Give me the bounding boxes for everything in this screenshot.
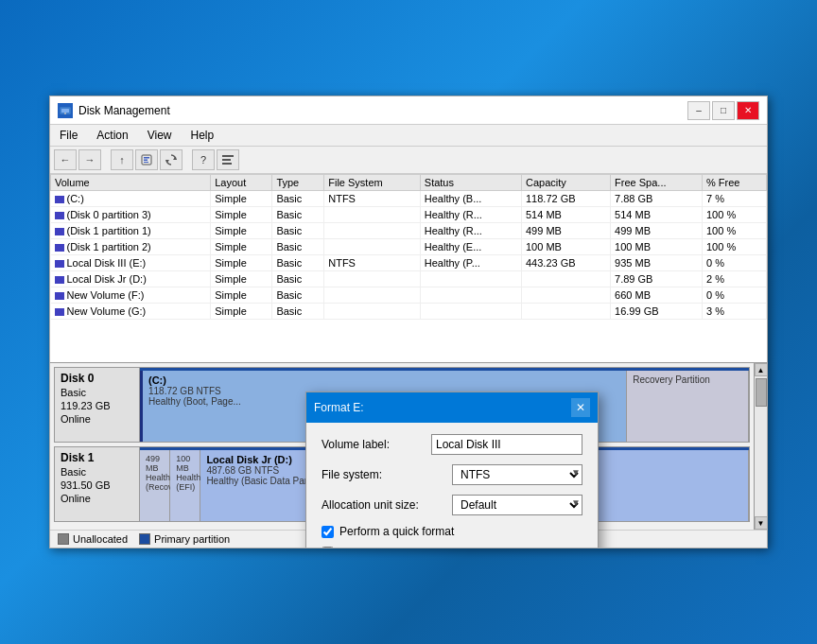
scroll-up[interactable]: ▲ (755, 363, 768, 376)
file-system-select[interactable]: NTFS FAT32 exFAT (452, 464, 582, 485)
row-icon (55, 292, 64, 300)
more-button[interactable] (217, 149, 239, 170)
menu-view[interactable]: View (142, 127, 178, 144)
compression-checkbox[interactable] (322, 547, 334, 548)
refresh-button[interactable] (160, 149, 183, 170)
row-icon (55, 260, 64, 268)
table-row[interactable]: Local Disk III (E:)SimpleBasicNTFSHealth… (51, 255, 767, 271)
row-cell-2: Basic (272, 207, 324, 223)
file-system-row: File system: NTFS FAT32 exFAT ▼ (322, 464, 582, 485)
title-bar: Disk Management – □ ✕ (50, 96, 767, 125)
svg-rect-6 (144, 162, 148, 163)
compression-row: Enable file and folder compression (322, 546, 582, 548)
row-cell-1: Simple (211, 223, 272, 239)
row-cell-4: Healthy (P... (420, 255, 521, 271)
table-row[interactable]: (C:)SimpleBasicNTFSHealthy (B...118.72 G… (51, 191, 767, 207)
row-cell-7: 100 % (702, 223, 766, 239)
row-cell-1: Simple (211, 271, 272, 287)
menu-action[interactable]: Action (91, 127, 133, 144)
volume-label-input[interactable] (431, 434, 582, 455)
table-row[interactable]: (Disk 1 partition 1)SimpleBasicHealthy (… (51, 223, 767, 239)
minimize-button[interactable]: – (687, 101, 710, 120)
table-row[interactable]: (Disk 0 partition 3)SimpleBasicHealthy (… (51, 207, 767, 223)
table-row[interactable]: New Volume (F:)SimpleBasic660 MB0 % (51, 287, 767, 304)
row-cell-3 (324, 287, 421, 304)
row-cell-6: 660 MB (611, 287, 703, 304)
row-icon (55, 276, 64, 284)
row-cell-2: Basic (272, 191, 324, 207)
file-system-label: File system: (322, 468, 444, 481)
dialog-body: Volume label: File system: NTFS FAT32 ex… (306, 423, 598, 548)
svg-rect-11 (222, 163, 232, 165)
main-content: Volume Layout Type File System Status Ca… (50, 174, 767, 548)
quick-format-label: Perform a quick format (339, 525, 454, 538)
row-cell-6: 935 MB (611, 255, 703, 271)
part-100-status: Healthy (EFI) (176, 473, 194, 492)
row-cell-0: New Volume (F:) (51, 287, 211, 304)
row-cell-5: 118.72 GB (521, 191, 610, 207)
file-system-select-wrapper: NTFS FAT32 exFAT ▼ (452, 464, 582, 485)
row-cell-3 (324, 239, 421, 255)
toolbar: ← → ↑ ? (50, 147, 767, 174)
disk-1-part-100[interactable]: 100 MB Healthy (EFI) (170, 450, 200, 521)
row-cell-1: Simple (211, 304, 272, 320)
properties-button[interactable] (135, 149, 158, 170)
menu-file[interactable]: File (54, 127, 83, 144)
table-row[interactable]: New Volume (G:)SimpleBasic16.99 GB3 % (51, 304, 767, 320)
dialog-close-button[interactable]: ✕ (571, 398, 590, 417)
row-cell-4: Healthy (E... (420, 239, 521, 255)
table-row[interactable]: (Disk 1 partition 2)SimpleBasicHealthy (… (51, 239, 767, 255)
row-cell-7: 0 % (702, 287, 766, 304)
col-type: Type (272, 175, 324, 191)
row-cell-5 (521, 271, 610, 287)
col-capacity: Capacity (521, 175, 610, 191)
back-button[interactable]: ← (54, 149, 77, 170)
row-cell-6: 16.99 GB (611, 304, 703, 320)
row-cell-3 (324, 223, 421, 239)
main-window: Disk Management – □ ✕ File Action View H… (49, 96, 768, 548)
row-cell-7: 7 % (702, 191, 766, 207)
row-cell-0: (Disk 1 partition 1) (51, 223, 211, 239)
svg-rect-1 (61, 109, 69, 113)
svg-rect-9 (222, 155, 234, 157)
scroll-down[interactable]: ▼ (755, 516, 768, 530)
maximize-button[interactable]: □ (712, 101, 735, 120)
alloc-unit-row: Allocation unit size: Default 512 1024 4… (322, 495, 582, 515)
volume-table[interactable]: Volume Layout Type File System Status Ca… (50, 174, 767, 363)
legend-primary: Primary partition (139, 533, 230, 545)
legend-primary-label: Primary partition (154, 533, 230, 545)
alloc-unit-select[interactable]: Default 512 1024 4096 (452, 495, 582, 515)
menu-help[interactable]: Help (185, 127, 220, 144)
quick-format-checkbox[interactable] (322, 526, 334, 538)
help-button[interactable]: ? (192, 149, 215, 170)
up-button[interactable]: ↑ (111, 149, 133, 170)
legend-unallocated: Unallocated (58, 533, 128, 545)
row-cell-3 (324, 271, 421, 287)
row-cell-7: 2 % (702, 271, 766, 287)
part-c-name: (C:) (148, 374, 620, 386)
row-cell-1: Simple (211, 255, 272, 271)
scroll-thumb[interactable] (756, 378, 767, 407)
row-cell-3 (324, 304, 421, 320)
legend-unallocated-box (58, 533, 69, 545)
disk-0-type: Basic (61, 387, 133, 398)
disk-1-size: 931.50 GB (61, 479, 133, 491)
disk-0-part-recovery[interactable]: Recovery Partition (627, 371, 749, 442)
row-icon (55, 196, 64, 203)
app-icon (58, 103, 73, 118)
disk-1-label: Disk 1 Basic 931.50 GB Online (55, 447, 140, 521)
scrollbar-vertical[interactable]: ▲ ▼ (754, 363, 767, 530)
row-cell-0: (C:) (51, 191, 211, 207)
checkboxes-section: Perform a quick format Enable file and f… (322, 525, 582, 548)
alloc-unit-label: Allocation unit size: (322, 498, 444, 512)
col-fs: File System (324, 175, 421, 191)
col-layout: Layout (211, 175, 272, 191)
disk-1-part-499[interactable]: 499 MB Healthy (Recover... (140, 450, 170, 521)
row-cell-4 (420, 287, 521, 304)
close-button[interactable]: ✕ (737, 101, 759, 120)
table-row[interactable]: Local Disk Jr (D:)SimpleBasic7.89 GB2 % (51, 271, 767, 287)
row-cell-7: 0 % (702, 255, 766, 271)
row-cell-2: Basic (272, 223, 324, 239)
window-controls: – □ ✕ (687, 101, 759, 120)
forward-button[interactable]: → (78, 149, 101, 170)
